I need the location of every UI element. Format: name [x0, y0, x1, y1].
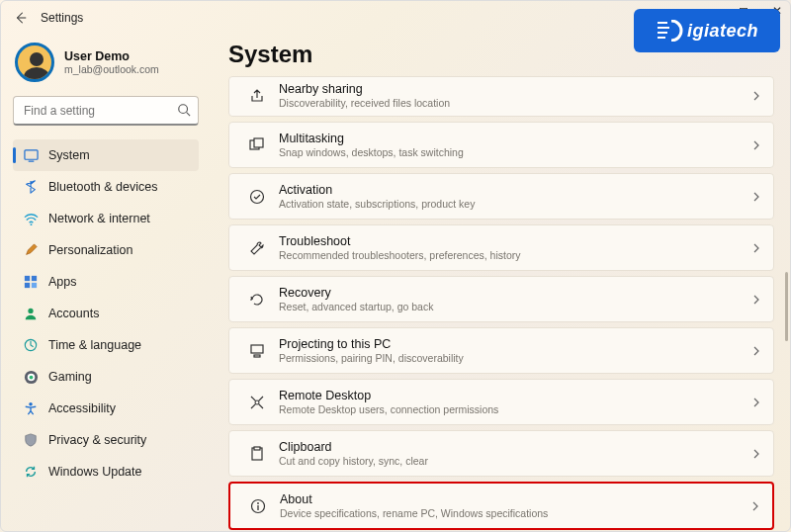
- card-multitasking[interactable]: Multitasking Snap windows, desktops, tas…: [228, 122, 774, 168]
- sidebar-item-personalization[interactable]: Personalization: [13, 234, 199, 266]
- chevron-right-icon: [751, 243, 761, 253]
- sidebar-item-label: Accounts: [48, 307, 99, 320]
- sidebar-item-privacy[interactable]: Privacy & security: [13, 424, 199, 456]
- sidebar-item-label: Personalization: [48, 243, 132, 257]
- card-activation[interactable]: Activation Activation state, subscriptio…: [228, 173, 774, 220]
- card-remote-desktop[interactable]: Remote Desktop Remote Desktop users, con…: [228, 379, 774, 425]
- chevron-right-icon: [751, 346, 761, 356]
- person-icon: [23, 307, 39, 320]
- svg-rect-14: [254, 138, 263, 147]
- chevron-right-icon: [751, 398, 761, 407]
- wrench-icon: [243, 240, 271, 256]
- project-icon: [243, 343, 271, 359]
- sidebar-item-time-language[interactable]: Time & language: [13, 329, 199, 361]
- card-subtitle: Discoverability, received files location: [279, 97, 751, 109]
- svg-rect-6: [32, 283, 37, 288]
- search-input[interactable]: [13, 96, 199, 126]
- watermark-text: igiatech: [687, 21, 758, 42]
- card-title: Troubleshoot: [279, 234, 751, 248]
- card-subtitle: Activation state, subscriptions, product…: [279, 198, 751, 210]
- sidebar-item-apps[interactable]: Apps: [13, 266, 199, 298]
- avatar: [15, 43, 54, 82]
- accessibility-icon: [23, 401, 39, 415]
- chevron-right-icon: [751, 192, 761, 202]
- update-icon: [23, 465, 39, 479]
- card-projecting[interactable]: Projecting to this PC Permissions, pairi…: [228, 327, 774, 374]
- apps-icon: [23, 275, 39, 289]
- settings-card-list: Nearby sharing Discoverability, received…: [228, 76, 774, 530]
- sidebar-item-label: Gaming: [48, 370, 92, 384]
- chevron-right-icon: [750, 501, 760, 511]
- card-title: Projecting to this PC: [279, 337, 751, 351]
- share-icon: [243, 88, 271, 104]
- card-subtitle: Remote Desktop users, connection permiss…: [279, 403, 751, 415]
- arrow-left-icon: [14, 11, 28, 25]
- window-title: Settings: [41, 11, 83, 25]
- clipboard-icon: [243, 446, 271, 462]
- sidebar-item-accounts[interactable]: Accounts: [13, 298, 199, 329]
- sidebar: User Demo m_lab@outlook.com System Bluet…: [1, 35, 209, 531]
- user-account-row[interactable]: User Demo m_lab@outlook.com: [15, 43, 199, 82]
- brush-icon: [23, 243, 39, 257]
- user-name: User Demo: [64, 49, 159, 63]
- chevron-right-icon: [751, 295, 761, 305]
- svg-point-18: [255, 400, 259, 404]
- back-button[interactable]: [7, 4, 35, 32]
- chevron-right-icon: [751, 140, 761, 150]
- card-title: Recovery: [279, 286, 751, 300]
- sidebar-item-system[interactable]: System: [13, 139, 199, 171]
- clock-globe-icon: [23, 338, 39, 352]
- svg-rect-1: [24, 149, 37, 158]
- card-subtitle: Reset, advanced startup, go back: [279, 301, 751, 312]
- card-recovery[interactable]: Recovery Reset, advanced startup, go bac…: [228, 276, 774, 322]
- card-nearby-sharing[interactable]: Nearby sharing Discoverability, received…: [228, 76, 774, 117]
- card-troubleshoot[interactable]: Troubleshoot Recommended troubleshooters…: [228, 224, 774, 271]
- sidebar-nav: System Bluetooth & devices Network & int…: [13, 139, 199, 488]
- sidebar-item-network[interactable]: Network & internet: [13, 203, 199, 234]
- bluetooth-icon: [23, 180, 39, 194]
- gaming-icon: [23, 370, 39, 385]
- card-about[interactable]: About Device specifications, rename PC, …: [228, 482, 774, 530]
- card-title: Multitasking: [279, 132, 751, 145]
- svg-point-15: [251, 190, 264, 203]
- card-title: Clipboard: [279, 440, 751, 454]
- sidebar-item-gaming[interactable]: Gaming: [13, 361, 199, 393]
- sidebar-item-accessibility[interactable]: Accessibility: [13, 393, 199, 424]
- check-circle-icon: [243, 189, 271, 205]
- card-title: Nearby sharing: [279, 82, 751, 96]
- svg-point-7: [28, 309, 33, 313]
- watermark-logo-icon: [656, 20, 683, 42]
- info-icon: [244, 498, 272, 514]
- wifi-icon: [23, 212, 39, 226]
- sidebar-item-label: Privacy & security: [48, 433, 146, 447]
- svg-rect-5: [25, 283, 30, 288]
- sidebar-item-windows-update[interactable]: Windows Update: [13, 456, 199, 488]
- card-clipboard[interactable]: Clipboard Cut and copy history, sync, cl…: [228, 430, 774, 477]
- svg-rect-20: [254, 447, 260, 450]
- svg-point-22: [257, 502, 259, 504]
- card-title: About: [280, 492, 750, 506]
- sidebar-item-label: Bluetooth & devices: [48, 180, 158, 194]
- svg-rect-16: [251, 345, 263, 353]
- scrollbar-thumb[interactable]: [785, 272, 788, 341]
- svg-rect-3: [25, 276, 30, 281]
- sidebar-item-bluetooth[interactable]: Bluetooth & devices: [13, 171, 199, 203]
- sidebar-item-label: Accessibility: [48, 401, 116, 415]
- card-subtitle: Permissions, pairing PIN, discoverabilit…: [279, 352, 751, 364]
- main-content: System Nearby sharing Discoverability, r…: [209, 35, 790, 531]
- sidebar-item-label: Windows Update: [48, 465, 142, 479]
- card-title: Activation: [279, 183, 751, 197]
- multitask-icon: [243, 137, 271, 153]
- card-subtitle: Cut and copy history, sync, clear: [279, 455, 751, 467]
- svg-rect-4: [32, 276, 37, 281]
- shield-icon: [23, 433, 39, 447]
- card-subtitle: Recommended troubleshooters, preferences…: [279, 249, 751, 261]
- system-icon: [23, 148, 39, 163]
- sidebar-item-label: Apps: [48, 275, 77, 289]
- svg-point-12: [29, 402, 33, 406]
- card-subtitle: Snap windows, desktops, task switching: [279, 146, 751, 158]
- svg-point-0: [179, 105, 188, 114]
- sidebar-item-label: Network & internet: [48, 212, 150, 225]
- card-title: Remote Desktop: [279, 389, 751, 402]
- user-email: m_lab@outlook.com: [64, 63, 159, 75]
